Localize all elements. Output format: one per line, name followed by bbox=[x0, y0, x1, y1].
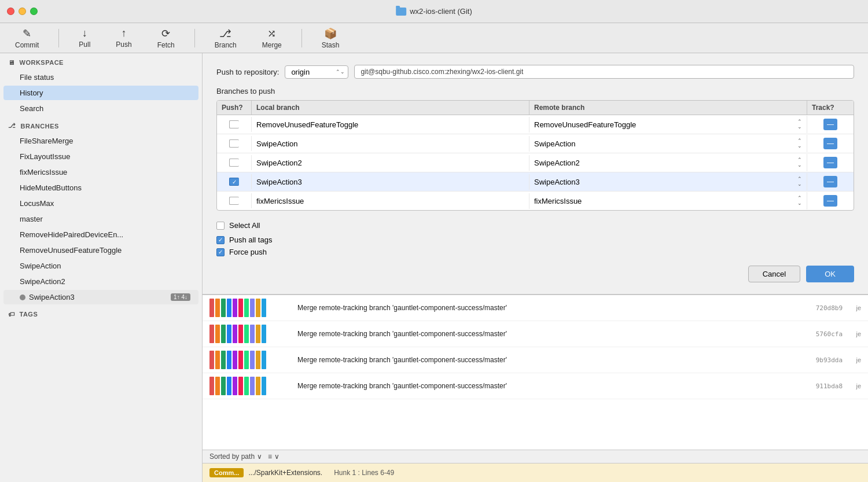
stash-button[interactable]: 📦 Stash bbox=[316, 25, 345, 51]
push-button[interactable]: ↑ Push bbox=[110, 25, 137, 51]
commit-graph-2 bbox=[209, 351, 290, 369]
sidebar-item-SwipeAction2[interactable]: SwipeAction2 bbox=[3, 274, 198, 289]
graph-line bbox=[256, 377, 260, 395]
graph-line bbox=[256, 299, 260, 317]
check-4[interactable] bbox=[217, 193, 252, 208]
checkbox-0[interactable] bbox=[229, 120, 239, 128]
close-button[interactable] bbox=[7, 8, 14, 15]
graph-line bbox=[262, 299, 266, 317]
sidebar-item-FixLayoutIssue[interactable]: FixLayoutIssue bbox=[3, 149, 198, 164]
repo-select-wrapper[interactable]: origin bbox=[285, 65, 348, 79]
sidebar-item-HideMutedButtons[interactable]: HideMutedButtons bbox=[3, 181, 198, 195]
stepper-3[interactable]: ⌃⌄ bbox=[797, 176, 802, 187]
fetch-button[interactable]: ⟳ Fetch bbox=[152, 25, 181, 51]
graph-line bbox=[221, 325, 226, 343]
commit-author-3: je bbox=[849, 382, 861, 389]
stepper-1[interactable]: ⌃⌄ bbox=[797, 138, 802, 149]
track-btn-3[interactable]: — bbox=[823, 176, 837, 187]
track-3[interactable]: — bbox=[807, 172, 854, 191]
track-btn-4[interactable]: — bbox=[823, 195, 837, 207]
graph-line bbox=[244, 351, 249, 369]
track-2[interactable]: — bbox=[807, 153, 854, 172]
graph-line bbox=[215, 377, 220, 395]
checkbox-1[interactable] bbox=[229, 139, 239, 148]
sidebar-item-history[interactable]: History bbox=[3, 86, 198, 100]
fetch-label: Fetch bbox=[157, 41, 175, 49]
graph-line bbox=[244, 299, 249, 317]
stepper-4[interactable]: ⌃⌄ bbox=[797, 196, 802, 206]
push-dialog: Push to repository: origin Branches to p… bbox=[203, 53, 868, 295]
stepper-2[interactable]: ⌃⌄ bbox=[797, 157, 802, 168]
view-options[interactable]: ≡ ∨ bbox=[268, 452, 279, 461]
graph-line bbox=[244, 377, 249, 395]
commit-indicator: Comm... bbox=[209, 468, 244, 477]
content-lower: Merge remote-tracking branch 'gauntlet-c… bbox=[203, 295, 868, 482]
cancel-button[interactable]: Cancel bbox=[748, 266, 800, 282]
sidebar-item-search[interactable]: Search bbox=[3, 101, 198, 116]
checkbox-4[interactable] bbox=[229, 197, 239, 205]
track-4[interactable]: — bbox=[807, 192, 854, 210]
col-local: Local branch bbox=[252, 101, 529, 115]
check-2[interactable] bbox=[217, 155, 252, 170]
col-push: Push? bbox=[217, 101, 252, 115]
track-1[interactable]: — bbox=[807, 134, 854, 153]
checkbox-2[interactable] bbox=[229, 159, 239, 167]
local-2: SwipeAction2 bbox=[252, 155, 529, 171]
sidebar-item-LocusMax[interactable]: LocusMax bbox=[3, 196, 198, 211]
check-0[interactable] bbox=[217, 117, 252, 132]
select-all-checkbox[interactable] bbox=[216, 222, 225, 230]
stepper-0[interactable]: ⌃⌄ bbox=[797, 119, 802, 130]
push-label: Push bbox=[116, 41, 131, 49]
graph-line bbox=[209, 377, 214, 395]
sidebar-item-RemoveHidePairedDeviceEn[interactable]: RemoveHidePairedDeviceEn... bbox=[3, 227, 198, 242]
ok-button[interactable]: OK bbox=[806, 266, 854, 282]
force-push-checkbox[interactable]: ✓ bbox=[216, 248, 225, 256]
window-controls[interactable] bbox=[7, 8, 38, 15]
check-1[interactable] bbox=[217, 136, 252, 151]
graph-line bbox=[262, 325, 266, 343]
sidebar-item-SwipeAction3[interactable]: SwipeAction3 1↑ 4↓ bbox=[3, 290, 198, 304]
merge-icon: ⤮ bbox=[267, 27, 276, 40]
push-options: ✓ Push all tags ✓ Force push bbox=[216, 236, 854, 256]
sidebar-item-file-status[interactable]: File status bbox=[3, 70, 198, 84]
graph-line bbox=[227, 351, 231, 369]
pull-button[interactable]: ↓ Pull bbox=[73, 25, 96, 51]
repo-url-field[interactable] bbox=[354, 65, 854, 79]
branch-button[interactable]: ⎇ Branch bbox=[209, 25, 242, 51]
remote-2: SwipeAction2 ⌃⌄ bbox=[529, 154, 807, 171]
graph-line bbox=[250, 299, 255, 317]
commit-list: Merge remote-tracking branch 'gauntlet-c… bbox=[203, 295, 868, 450]
dialog-actions: Cancel OK bbox=[216, 266, 854, 282]
graph-line bbox=[238, 299, 243, 317]
track-0[interactable]: — bbox=[807, 115, 854, 134]
tags-header: 🏷 TAGS bbox=[0, 305, 202, 321]
sorted-by[interactable]: Sorted by path ∨ bbox=[209, 452, 262, 461]
commit-hash-1: 5760cfa bbox=[808, 330, 843, 338]
branch-row-0: RemoveUnusedFeatureToggle RemoveUnusedFe… bbox=[217, 115, 854, 134]
fetch-icon: ⟳ bbox=[161, 27, 170, 40]
push-all-tags-checkbox[interactable]: ✓ bbox=[216, 236, 225, 244]
track-btn-2[interactable]: — bbox=[823, 157, 837, 168]
sidebar-item-master[interactable]: master bbox=[3, 212, 198, 226]
active-branch-indicator bbox=[20, 295, 25, 300]
track-btn-0[interactable]: — bbox=[823, 119, 837, 130]
remote-0: RemoveUnusedFeatureToggle ⌃⌄ bbox=[529, 116, 807, 133]
commit-row-2: Merge remote-tracking branch 'gauntlet-c… bbox=[203, 347, 868, 373]
sidebar-item-fixMericsIssue[interactable]: fixMericsIssue bbox=[3, 165, 198, 179]
track-btn-1[interactable]: — bbox=[823, 138, 837, 149]
sidebar-item-SwipeAction[interactable]: SwipeAction bbox=[3, 259, 198, 273]
repo-select[interactable]: origin bbox=[285, 65, 348, 79]
commit-button[interactable]: ✎ Commit bbox=[9, 25, 45, 51]
title-text: wx2-ios-client (Git) bbox=[410, 7, 472, 16]
branch-row-1: SwipeAction SwipeAction ⌃⌄ — bbox=[217, 134, 854, 153]
graph-line bbox=[233, 377, 237, 395]
checkbox-3[interactable]: ✓ bbox=[229, 178, 239, 186]
sidebar-item-RemoveUnusedFeatureToggle[interactable]: RemoveUnusedFeatureToggle bbox=[3, 243, 198, 257]
check-3[interactable]: ✓ bbox=[217, 174, 252, 189]
merge-button[interactable]: ⤮ Merge bbox=[256, 25, 288, 51]
maximize-button[interactable] bbox=[30, 8, 38, 15]
sidebar-item-FileShareMerge[interactable]: FileShareMerge bbox=[3, 134, 198, 148]
minimize-button[interactable] bbox=[19, 8, 26, 15]
remote-4: fixMericsIssue ⌃⌄ bbox=[529, 192, 807, 209]
graph-line bbox=[256, 325, 260, 343]
